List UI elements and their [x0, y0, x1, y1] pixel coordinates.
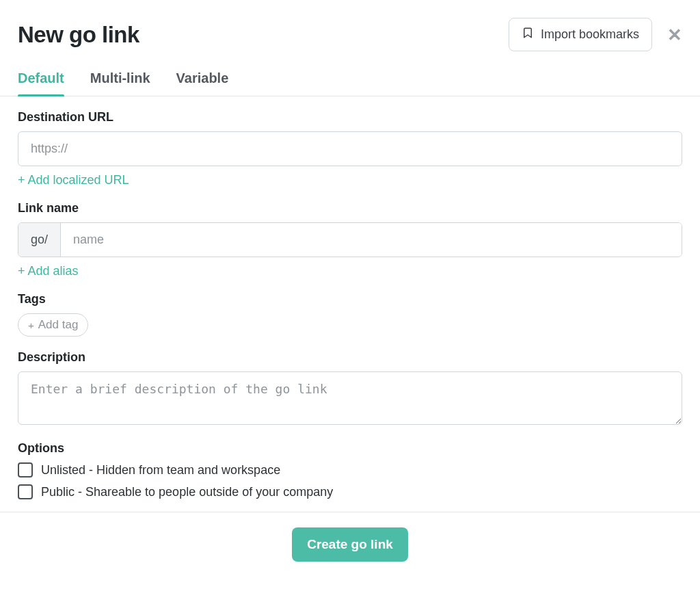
modal-header: New go link Import bookmarks ✕	[18, 18, 682, 51]
close-button[interactable]: ✕	[667, 26, 682, 44]
modal-footer: Create go link	[18, 527, 682, 562]
link-name-label: Link name	[18, 201, 682, 215]
plus-icon: +	[28, 320, 34, 330]
option-unlisted-row: Unlisted - Hidden from team and workspac…	[18, 462, 682, 477]
options-section: Options Unlisted - Hidden from team and …	[18, 441, 682, 499]
public-label[interactable]: Public - Shareable to people outside of …	[41, 485, 333, 499]
header-actions: Import bookmarks ✕	[509, 18, 682, 51]
tags-section: Tags + Add tag	[18, 292, 682, 337]
destination-url-input[interactable]	[18, 131, 682, 166]
description-label: Description	[18, 350, 682, 365]
add-tag-button[interactable]: + Add tag	[18, 313, 88, 337]
add-alias-button[interactable]: + Add alias	[18, 264, 79, 278]
unlisted-label[interactable]: Unlisted - Hidden from team and workspac…	[41, 463, 280, 477]
link-name-input-group: go/	[18, 222, 682, 257]
description-section: Description	[18, 350, 682, 428]
option-public-row: Public - Shareable to people outside of …	[18, 484, 682, 499]
create-go-link-button[interactable]: Create go link	[292, 527, 408, 562]
import-bookmarks-label: Import bookmarks	[541, 27, 639, 42]
link-name-input[interactable]	[61, 223, 682, 257]
tab-default[interactable]: Default	[18, 70, 64, 96]
tab-variable[interactable]: Variable	[176, 70, 229, 96]
new-go-link-modal: New go link Import bookmarks ✕ Default M…	[0, 0, 700, 581]
options-label: Options	[18, 441, 682, 456]
tags-label: Tags	[18, 292, 682, 306]
footer-divider	[0, 512, 700, 512]
tab-multi-link[interactable]: Multi-link	[90, 70, 150, 96]
add-tag-label: Add tag	[38, 318, 79, 332]
import-bookmarks-button[interactable]: Import bookmarks	[509, 18, 652, 51]
destination-url-section: Destination URL + Add localized URL	[18, 110, 682, 187]
description-textarea[interactable]	[18, 371, 682, 425]
close-icon: ✕	[667, 25, 682, 45]
link-name-section: Link name go/ + Add alias	[18, 201, 682, 278]
unlisted-checkbox[interactable]	[18, 462, 33, 477]
add-localized-url-button[interactable]: + Add localized URL	[18, 173, 129, 187]
destination-url-label: Destination URL	[18, 110, 682, 125]
link-name-prefix: go/	[18, 223, 61, 257]
tablist: Default Multi-link Variable	[0, 70, 700, 96]
public-checkbox[interactable]	[18, 484, 33, 499]
bookmark-icon	[522, 27, 534, 42]
page-title: New go link	[18, 22, 139, 48]
